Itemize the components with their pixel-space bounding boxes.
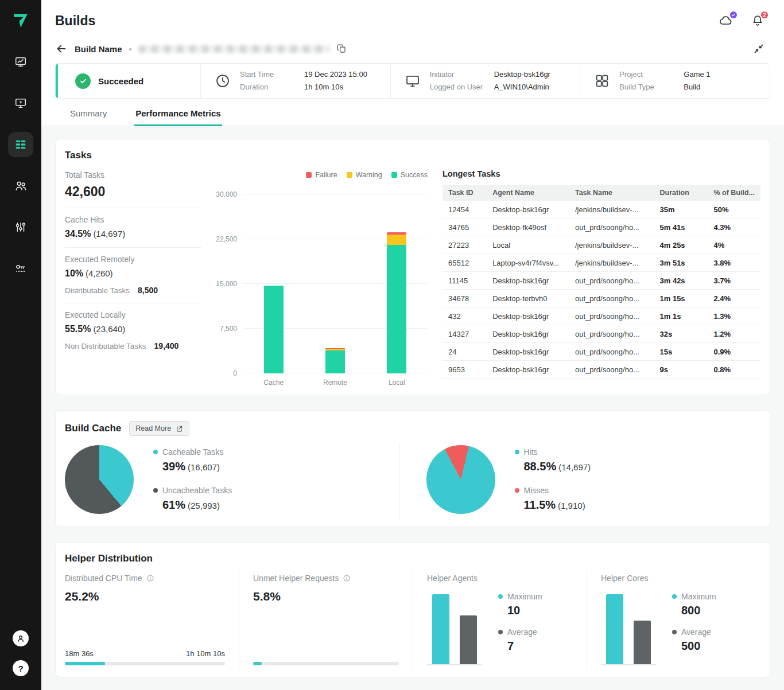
sidebar-item-users[interactable] <box>8 173 33 198</box>
cache-hits-pie-chart <box>426 445 495 514</box>
agents-icon <box>14 97 27 110</box>
longest-tasks-head-row: Task IDAgent NameTask NameDuration% of B… <box>443 185 760 201</box>
user-avatar[interactable] <box>13 630 29 646</box>
table-cell: 1.3% <box>708 307 760 325</box>
table-cell: Desktop-bsk16gr <box>487 343 569 361</box>
longest-tasks-table: Task IDAgent NameTask NameDuration% of B… <box>443 185 760 379</box>
helper-agents-label: Helper Agents <box>427 574 478 583</box>
table-cell: 34678 <box>443 290 487 307</box>
notification-count-badge: 2 <box>760 10 769 20</box>
uncacheable-tasks-item: Uncacheable Tasks 61%(25,993) <box>153 486 232 512</box>
hits-label: Hits <box>524 447 538 457</box>
cores-average-item: Average 500 <box>672 627 716 653</box>
column-header-of-build: % of Build... <box>708 185 760 201</box>
maximum-label: Maximum <box>681 592 716 601</box>
monitor-icon <box>405 73 421 89</box>
hits-item: Hits 88.5%(14,697) <box>515 447 591 473</box>
field-value: Desktop-bsk16gr <box>494 70 550 79</box>
copy-button[interactable] <box>336 44 347 54</box>
table-cell: out_prd/soong/ho... <box>569 219 654 236</box>
sidebar-item-builds[interactable] <box>8 132 33 157</box>
table-row[interactable]: 24Desktop-bsk16grout_prd/soong/ho...15s0… <box>443 343 760 361</box>
field-value: A_WIN10\Admin <box>494 83 549 92</box>
sidebar-bottom: ? <box>13 630 29 690</box>
cpu-time-value: 25.2% <box>65 590 225 603</box>
table-cell: 4% <box>708 236 760 254</box>
table-cell: 2.4% <box>708 290 760 307</box>
table-cell: 3m 42s <box>654 272 708 290</box>
table-cell: /jenkins/buildsev-... <box>569 201 654 219</box>
table-row[interactable]: 65512Laptop-sv4r7f4vsv.../jenkins/builds… <box>443 254 760 272</box>
table-row[interactable]: 9653Desktop-bsk16grout_prd/soong/ho...9s… <box>443 361 760 379</box>
table-row[interactable]: 14327Desktop-bsk16grout_prd/soong/ho...3… <box>443 325 760 343</box>
sidebar-item-dashboard[interactable] <box>8 49 33 75</box>
tasks-bar-legend: FailureWarningSuccess <box>216 170 428 180</box>
stat-sub-label: Non Distributable Tasks <box>65 342 146 350</box>
column-header-task-id: Task ID <box>443 185 487 201</box>
table-row[interactable]: 34678Desktop-terbvh0out_prd/soong/ho...1… <box>443 290 760 307</box>
cloud-status-button[interactable] <box>717 14 733 28</box>
sidebar-item-license[interactable] <box>8 256 33 281</box>
hits-value: 88.5% <box>524 460 557 473</box>
y-tick-label: 22,500 <box>216 236 237 243</box>
table-row[interactable]: 34765Desktop-fk49osfout_prd/soong/ho...5… <box>443 219 760 236</box>
cpu-progress-track <box>65 662 225 665</box>
collapse-button[interactable] <box>753 43 764 54</box>
notifications-button[interactable]: 2 <box>751 14 764 28</box>
info-icon[interactable] <box>146 574 154 582</box>
stat-sub-value: 19,400 <box>154 341 179 350</box>
back-arrow-icon <box>55 42 68 55</box>
column-header-task-name: Task Name <box>569 185 654 201</box>
table-row[interactable]: 432Desktop-bsk16grout_prd/soong/ho...1m … <box>443 307 760 325</box>
column-header-agent-name: Agent Name <box>487 185 569 201</box>
app-logo[interactable] <box>0 0 41 41</box>
status-cell: Succeeded <box>56 64 200 98</box>
back-button[interactable] <box>55 42 68 55</box>
field-label: Logged on User <box>430 83 494 92</box>
sidebar-item-settings[interactable] <box>8 215 33 240</box>
table-cell: Desktop-bsk16gr <box>487 272 569 290</box>
info-icon[interactable] <box>343 574 351 582</box>
field-value: Build <box>684 83 700 92</box>
stat-paren: (4,260) <box>86 268 113 278</box>
table-cell: Desktop-bsk16gr <box>487 201 569 219</box>
agents-maximum-item: Maximum 10 <box>498 592 542 617</box>
maximum-dot <box>672 594 677 599</box>
field-label: Start Time <box>240 70 304 79</box>
sidebar-item-agents[interactable] <box>8 91 33 116</box>
person-icon <box>16 634 25 643</box>
help-button[interactable]: ? <box>13 660 29 676</box>
table-row[interactable]: 27223Local/jenkins/buildsev-...4m 25s4% <box>443 236 760 254</box>
tasks-card: Tasks Total Tasks 42,600 Cache Hits 34.5… <box>55 139 770 395</box>
helper-distribution-title: Helper Distribution <box>65 553 760 564</box>
stat-paren: (23,640) <box>93 324 125 334</box>
table-row[interactable]: 11145Desktop-bsk16grout_prd/soong/ho...3… <box>443 272 760 290</box>
table-cell: Desktop-bsk16gr <box>487 325 569 343</box>
status-group-initiator: InitiatorDesktop-bsk16gr Logged on UserA… <box>390 64 580 98</box>
tab-summary[interactable]: Summary <box>69 103 108 126</box>
uncacheable-count: (25,993) <box>188 501 220 510</box>
legend-swatch <box>306 172 312 178</box>
table-cell: /jenkins/buildsev-... <box>569 236 654 254</box>
helper-cores-bar-chart <box>601 594 656 665</box>
helper-agents-bar-chart <box>427 594 482 665</box>
tab-performance-metrics[interactable]: Performance Metrics <box>134 103 222 126</box>
average-label: Average <box>507 627 537 637</box>
build-status-bar: Succeeded Start Time19 Dec 2023 15:00 Du… <box>55 63 770 99</box>
cacheable-tasks-item: Cacheable Tasks 39%(16,607) <box>153 447 232 473</box>
tab-bar: Summary Performance Metrics <box>41 99 784 126</box>
status-group-time: Start Time19 Dec 2023 15:00 Duration1h 1… <box>200 64 390 98</box>
table-row[interactable]: 12454Desktop-bsk16gr/jenkins/buildsev-..… <box>443 201 760 219</box>
cacheable-dot <box>153 450 158 454</box>
unmet-requests-label: Unmet Helper Requests <box>253 574 339 583</box>
users-icon <box>14 180 27 192</box>
cpu-elapsed-label: 18m 36s <box>65 649 94 658</box>
build-status-text: Succeeded <box>98 76 143 86</box>
bar-segment-warning <box>387 235 406 245</box>
table-cell: out_prd/soong/ho... <box>569 325 654 343</box>
project-icon <box>594 73 610 89</box>
x-tick-label: Local <box>377 379 417 387</box>
average-dot <box>498 630 503 634</box>
read-more-button[interactable]: Read More <box>129 421 189 436</box>
table-cell: 0.9% <box>708 343 760 361</box>
